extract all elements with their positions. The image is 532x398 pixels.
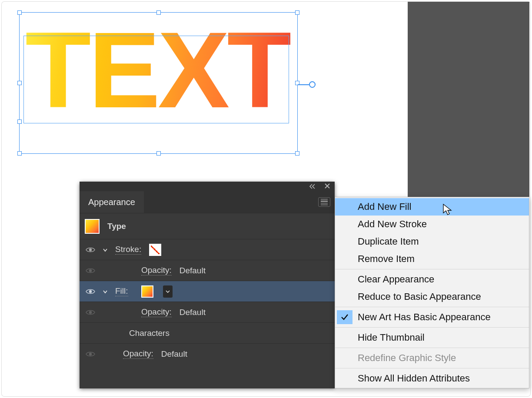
menu-clear-appearance[interactable]: Clear Appearance: [335, 271, 529, 288]
panel-topbar: [80, 182, 335, 191]
object-opacity-value: Default: [161, 349, 187, 359]
appearance-type-row[interactable]: Type: [80, 213, 335, 239]
type-label: Type: [107, 222, 126, 231]
menu-new-art-basic[interactable]: New Art Has Basic Appearance: [335, 308, 529, 326]
stroke-opacity-row[interactable]: Opacity: Default: [80, 260, 335, 281]
menu-separator: [335, 368, 529, 368]
menu-reduce-basic[interactable]: Reduce to Basic Appearance: [335, 288, 529, 305]
appearance-panel-menu: Add New Fill Add New Stroke Duplicate It…: [335, 197, 529, 388]
menu-separator: [335, 269, 529, 269]
selection-bounding-box[interactable]: [19, 12, 298, 154]
visibility-toggle-stroke-opacity[interactable]: [85, 267, 96, 274]
menu-add-new-fill[interactable]: Add New Fill: [335, 198, 529, 216]
menu-separator: [335, 348, 529, 348]
menu-redefine-graphic-style: Redefine Graphic Style: [335, 349, 529, 367]
visibility-toggle-stroke[interactable]: [85, 246, 96, 253]
handle-top-right[interactable]: [295, 10, 299, 15]
appearance-panel: Appearance Type Stroke: Opacity: Default: [80, 182, 335, 388]
object-opacity-row[interactable]: Opacity: Default: [80, 343, 335, 364]
visibility-toggle-fill-opacity[interactable]: [85, 309, 96, 316]
fill-opacity-label[interactable]: Opacity:: [141, 307, 172, 317]
check-icon: [337, 310, 352, 324]
object-opacity-label[interactable]: Opacity:: [123, 349, 153, 359]
visibility-toggle-object-opacity[interactable]: [85, 351, 96, 358]
fill-label[interactable]: Fill:: [115, 286, 128, 296]
stroke-swatch-none[interactable]: [149, 244, 161, 256]
close-panel-icon[interactable]: [324, 182, 330, 191]
appearance-fill-row[interactable]: Fill:: [80, 281, 335, 302]
panel-menu-button[interactable]: [318, 197, 330, 207]
handle-bottom-middle[interactable]: [156, 151, 161, 156]
text-out-port-line: [298, 84, 309, 85]
appearance-stroke-row[interactable]: Stroke:: [80, 239, 335, 260]
handle-top-middle[interactable]: [156, 10, 161, 15]
svg-point-2: [89, 290, 92, 292]
fill-opacity-value: Default: [180, 308, 206, 317]
panel-tab-row: Appearance: [80, 191, 335, 213]
stroke-opacity-label[interactable]: Opacity:: [141, 265, 172, 275]
svg-point-0: [89, 248, 92, 251]
expand-stroke-icon[interactable]: [102, 247, 110, 253]
svg-point-4: [89, 352, 92, 355]
handle-top-left[interactable]: [17, 10, 22, 15]
tab-appearance[interactable]: Appearance: [80, 191, 144, 213]
menu-separator: [335, 307, 529, 307]
handle-bottom-left[interactable]: [17, 151, 22, 156]
menu-add-new-stroke[interactable]: Add New Stroke: [335, 216, 529, 233]
menu-duplicate-item[interactable]: Duplicate Item: [335, 233, 529, 250]
text-out-port[interactable]: [309, 81, 316, 88]
expand-fill-icon[interactable]: [102, 289, 110, 295]
svg-point-3: [89, 311, 92, 313]
fill-opacity-row[interactable]: Opacity: Default: [80, 302, 335, 322]
menu-hide-thumbnail[interactable]: Hide Thumbnail: [335, 329, 529, 346]
stroke-label[interactable]: Stroke:: [115, 245, 141, 255]
collapse-panel-icon[interactable]: [309, 182, 316, 191]
type-thumbnail-swatch: [85, 219, 100, 234]
svg-point-1: [89, 269, 92, 272]
menu-remove-item[interactable]: Remove Item: [335, 250, 529, 268]
characters-label: Characters: [129, 328, 170, 338]
characters-row[interactable]: Characters: [80, 322, 335, 343]
menu-separator: [335, 327, 529, 328]
fill-swatch-gradient[interactable]: [141, 285, 153, 298]
handle-baseline-left[interactable]: [17, 119, 22, 124]
menu-show-hidden-attributes[interactable]: Show All Hidden Attributes: [335, 370, 529, 387]
handle-middle-left[interactable]: [17, 81, 22, 85]
stroke-opacity-value: Default: [180, 266, 206, 275]
visibility-toggle-fill[interactable]: [85, 288, 96, 295]
handle-bottom-right[interactable]: [295, 151, 299, 156]
fill-swatch-dropdown[interactable]: [163, 285, 173, 298]
